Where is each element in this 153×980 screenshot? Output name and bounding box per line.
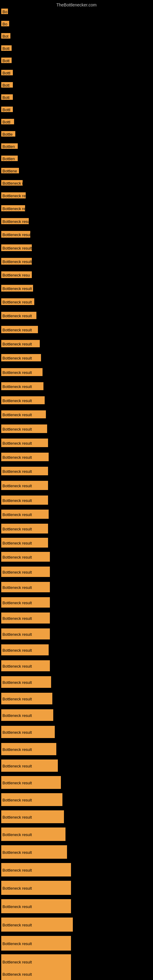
bottleneck-result-item: Bottleneck result (1, 382, 43, 390)
bottleneck-result-item: Bottleneck result (1, 597, 50, 608)
bottleneck-result-item: Bottleneck result (1, 285, 33, 291)
bottleneck-result-item: Bottleneck result (1, 340, 40, 347)
bottleneck-result-item: Bottleneck result (1, 538, 48, 547)
bottleneck-result-item: Bottleneck result (1, 881, 71, 895)
bottleneck-result-item: Bottleneck result (1, 918, 73, 932)
bottleneck-result-item: Bot (1, 33, 10, 38)
bottleneck-result-item: Bottleneck result (1, 726, 55, 738)
bottleneck-result-item: Bottleneck result (1, 396, 45, 404)
bottleneck-result-item: Bottleneck result (1, 510, 49, 519)
bottleneck-result-item: Bo (1, 9, 8, 14)
bottleneck-result-item: Bottleneck result (1, 660, 50, 671)
bottleneck-result-item: Bottleneck result (1, 495, 48, 505)
bottleneck-result-item: Bottleneck result (1, 709, 53, 721)
bottleneck-result-item: Bottleneck result (1, 298, 34, 305)
bottleneck-result-item: Bottleneck result (1, 354, 41, 361)
bottleneck-result-item: Bott (1, 57, 12, 63)
bottleneck-result-item: Bottleneck result (1, 936, 71, 951)
bottleneck-result-item: Bott (1, 94, 13, 100)
bottleneck-result-item: Bottleneck result (1, 776, 61, 789)
bottleneck-result-item: Bott (1, 45, 12, 51)
bottleneck-result-item: Bottl (1, 70, 13, 75)
bottleneck-result-item: Bottleneck result (1, 863, 71, 877)
bottleneck-result-item: Bottleneck result (1, 218, 29, 224)
bottleneck-result-item: Bottlene (1, 168, 19, 173)
site-title: TheBottlenecker.com (56, 2, 97, 7)
bottleneck-result-item: Bottleneck result (1, 743, 56, 755)
bottleneck-result-item: Bottleneck result (1, 827, 65, 841)
bottleneck-result-item: Bottleneck result (1, 453, 49, 461)
bottleneck-result-item: Bottleneck result (1, 231, 30, 238)
bottleneck-result-item: Bottleneck result (1, 612, 50, 624)
bottleneck-result-item: Bottleneck result (1, 481, 48, 490)
bottleneck-result-item: Bottleneck result (1, 582, 50, 592)
bottleneck-result-item: Bottleneck result (1, 759, 58, 772)
bottleneck-result-item: Bottleneck resu (1, 192, 26, 199)
bottleneck-result-item: Bottleneck result (1, 628, 50, 640)
bottleneck-result-item: Bottleneck result (1, 439, 48, 447)
bottleneck-result-item: Bottleneck result (1, 967, 71, 980)
bottleneck-result-item: Bottlen (1, 143, 18, 149)
bottleneck-result-item: Bottleneck resu (1, 271, 32, 278)
bottleneck-result-item: Bottleneck result (1, 552, 50, 562)
bottleneck-result-item: Bottleneck result (1, 693, 52, 705)
bottleneck-result-item: Bottleneck result (1, 676, 51, 688)
bottleneck-result-item: Bo (1, 21, 9, 26)
bottleneck-result-item: Bottleneck re (1, 205, 25, 211)
bottleneck-result-item: Bottleneck result (1, 793, 62, 806)
bottleneck-result-item: Bottleneck result (1, 258, 32, 265)
bottleneck-result-item: Bottleneck result (1, 899, 71, 913)
bottleneck-result-item: Bottleneck result (1, 326, 38, 333)
bottleneck-result-item: Bott (1, 82, 13, 88)
bottleneck-result-item: Bottleneck result (1, 368, 43, 376)
bottleneck-result-item: Bottleneck result (1, 467, 48, 475)
bottleneck-result-item: Bottl (1, 107, 13, 112)
bottleneck-result-item: Bottleneck result (1, 410, 46, 418)
bottleneck-result-item: Bottleneck result (1, 845, 67, 859)
bottleneck-result-item: Bottleneck result (1, 244, 32, 251)
bottleneck-result-item: Bottl (1, 119, 14, 124)
bottleneck-result-item: Bottleneck result (1, 425, 47, 433)
bottleneck-result-item: Bottleneck result (1, 644, 49, 655)
bottleneck-result-item: Bottleneck result (1, 312, 37, 319)
bottleneck-result-item: Bottleneck result (1, 566, 50, 577)
bottleneck-result-item: Bottleneck r (1, 180, 22, 186)
bottleneck-result-item: Bottleneck result (1, 810, 64, 823)
bottleneck-result-item: Bottle (1, 131, 15, 137)
bottleneck-result-item: Bottlen (1, 156, 18, 161)
bottleneck-result-item: Bottleneck result (1, 524, 48, 533)
